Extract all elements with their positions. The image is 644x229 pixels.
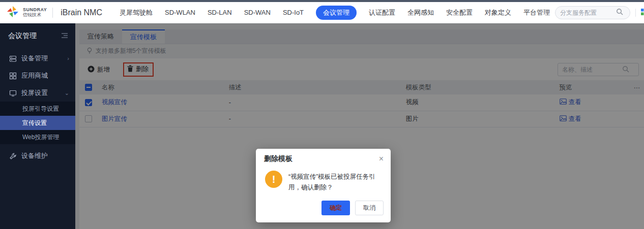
sidebar-item-app-store[interactable]: 应用商城: [0, 67, 75, 84]
sidebar-subitem-promo-settings[interactable]: 宣传设置: [0, 116, 75, 130]
nav-item-object-define[interactable]: 对象定义: [485, 8, 511, 17]
wrench-icon: [9, 152, 17, 160]
sidebar-collapse-icon[interactable]: [61, 32, 68, 40]
sidebar-item-cast-settings[interactable]: 投屏设置 ⌄: [0, 84, 75, 102]
nav-item-sd-wlan[interactable]: SD-WLAN: [165, 9, 195, 16]
nav-item-meeting-mgmt[interactable]: 会议管理: [316, 6, 357, 20]
nav-item-sd-iot[interactable]: SD-IoT: [283, 9, 304, 16]
company-name-cn: 信锐技术: [23, 13, 47, 17]
top-header-bar: SUNDRAY 信锐技术 iBrain NMC 灵犀驾驶舱 SD-WLAN SD…: [0, 2, 644, 23]
nav-item-sd-wan[interactable]: SD-WAN: [244, 9, 271, 16]
delete-template-dialog: 删除模板 × ! “视频宣传”模板已被投屏任务引用，确认删除？ 确定 取消: [256, 149, 391, 222]
sidebar-item-label: 应用商城: [21, 71, 69, 80]
main-content: 宣传策略 宣传模板 支持最多新增5个宣传模板: [75, 23, 644, 229]
close-icon[interactable]: ×: [379, 155, 384, 163]
sundray-pinwheel-icon: [6, 5, 19, 20]
sidebar-item-label: 投屏设置: [21, 88, 60, 97]
chevron-down-icon: ⌄: [65, 90, 69, 96]
cast-icon: [9, 89, 17, 97]
app-grid-icon: [641, 9, 644, 17]
cast-settings-submenu: 投屏引导设置 宣传设置 Web投屏管理: [0, 102, 75, 144]
cancel-button[interactable]: 取消: [355, 201, 384, 215]
top-navigation: 灵犀驾驶舱 SD-WLAN SD-LAN SD-WAN SD-IoT 会议管理 …: [120, 6, 550, 20]
nav-item-network-sense[interactable]: 全网感知: [407, 8, 434, 17]
nav-item-cockpit[interactable]: 灵犀驾驶舱: [120, 8, 153, 17]
nav-item-security-config[interactable]: 安全配置: [446, 8, 473, 17]
app-center-link[interactable]: 应用中心: [641, 8, 644, 17]
header-divider: [635, 9, 636, 17]
brand-divider: [52, 8, 53, 18]
search-icon[interactable]: [616, 8, 623, 17]
global-search-input[interactable]: [560, 9, 616, 16]
sidebar-title: 会议管理: [8, 31, 37, 41]
confirm-button[interactable]: 确定: [321, 201, 350, 215]
left-sidebar: 会议管理 设备管理 ›: [0, 23, 75, 229]
sidebar-item-device-maintenance[interactable]: 设备维护: [0, 147, 75, 165]
sidebar-item-label: 设备维护: [21, 151, 69, 160]
chevron-right-icon: ›: [67, 55, 69, 61]
device-icon: [9, 55, 17, 62]
nav-item-platform-mgmt[interactable]: 平台管理: [523, 8, 550, 17]
sidebar-subitem-web-cast[interactable]: Web投屏管理: [0, 130, 75, 144]
dialog-message: “视频宣传”模板已被投屏任务引用，确认删除？: [288, 171, 382, 192]
warning-icon: !: [265, 171, 282, 188]
sidebar-item-label: 设备管理: [21, 54, 63, 63]
sidebar-item-device-mgmt[interactable]: 设备管理 ›: [0, 50, 75, 67]
header-right-tools: 应用中心 反馈 社区 admin: [555, 6, 644, 19]
apps-icon: [9, 72, 17, 80]
dialog-title: 删除模板: [264, 154, 292, 163]
nav-item-sd-lan[interactable]: SD-LAN: [208, 9, 232, 16]
global-search-box[interactable]: [555, 6, 630, 19]
product-title: iBrain NMC: [61, 8, 102, 17]
sidebar-subitem-cast-guide[interactable]: 投屏引导设置: [0, 102, 75, 116]
nav-item-auth-config[interactable]: 认证配置: [369, 8, 395, 17]
brand-logo: SUNDRAY 信锐技术 iBrain NMC: [6, 5, 102, 20]
